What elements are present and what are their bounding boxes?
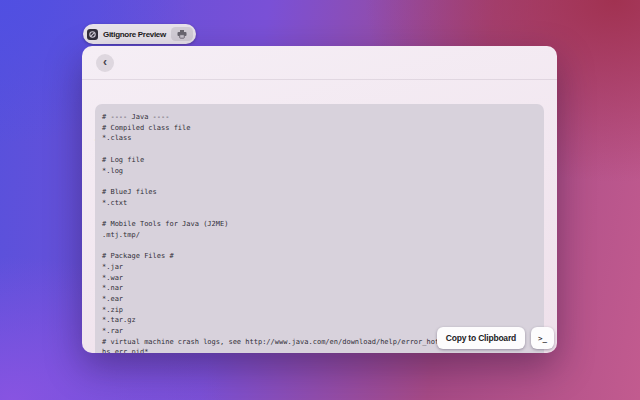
desktop-background: Gitignore Preview ‹ Java, Python # ---- … [0,0,640,400]
terminal-prompt-icon: >_ [538,334,547,343]
back-button[interactable]: ‹ [96,54,114,72]
window-header: ‹ [82,46,557,80]
gitignore-preview-pill[interactable]: Gitignore Preview [83,24,196,44]
chevron-left-icon: ‹ [103,56,107,68]
actions-menu-button[interactable]: >_ [531,327,554,349]
copy-to-clipboard-button[interactable]: Copy to Clipboard [437,327,525,349]
action-bar: Copy to Clipboard >_ [437,327,554,349]
printer-icon [177,30,187,39]
gitignore-app-icon [87,29,98,40]
pill-title: Gitignore Preview [103,30,166,39]
gitignore-preview-window: ‹ Java, Python # ---- Java ---- # Compil… [82,46,557,353]
gitignore-content: # ---- Java ---- # Compiled class file *… [95,104,544,353]
print-button[interactable] [171,27,193,41]
